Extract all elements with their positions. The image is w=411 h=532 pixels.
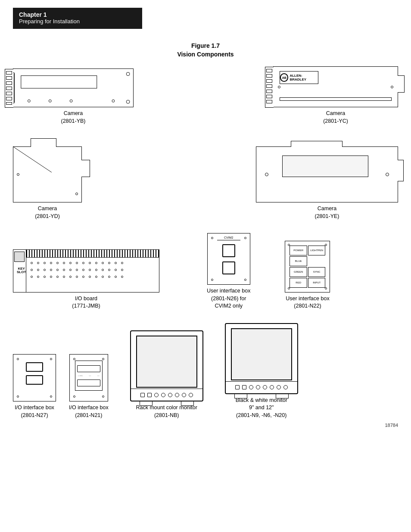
camera-yd-component: Camera (2801-YD) (13, 138, 82, 220)
uib-n22-diagram: POWER LIGHTPEN BLUE GREEN SYNC RED INPUT (285, 241, 330, 292)
bw-monitor-component: Black & white monitor 9" and 12" (2801-N… (225, 323, 298, 420)
connector-1 (222, 244, 235, 257)
monitor-controls (131, 389, 202, 401)
camera-yd-label: Camera (2801-YD) (35, 205, 60, 220)
dot-left (17, 173, 19, 176)
connector-2 (222, 261, 235, 274)
right-tab (398, 160, 404, 181)
key-slot-label: KEYSLOT (17, 267, 26, 275)
top-strip (26, 250, 159, 258)
light-label: LIGHTPEN (308, 246, 326, 255)
monitor-stand-right (276, 393, 289, 398)
color-monitor-label: Rack mount color monitor (2801-NB) (136, 404, 197, 419)
io-board-component: KEYSLOT I/O board (1771-JMB) (13, 249, 159, 310)
svg-point-4 (28, 100, 30, 103)
camera-yc-diagram: AB ALLEN-BRADLEY (273, 66, 398, 107)
connector-2 (26, 375, 43, 385)
monitor-screen (136, 336, 197, 388)
red-label: RED (290, 278, 307, 288)
uib-n22-label: User interface box (2801-N22) (286, 295, 329, 310)
iob-n21-component: —<<—— I/O interface box (2801-N21) (69, 354, 109, 419)
left-box-inner (14, 252, 25, 262)
sync-label: SYNC (308, 267, 326, 277)
uib-n22-grid: POWER LIGHTPEN BLUE GREEN SYNC RED INPUT (290, 246, 325, 288)
connector-bar (280, 97, 392, 101)
svg-rect-1 (21, 76, 97, 88)
svg-line-8 (13, 147, 52, 172)
svg-point-2 (126, 72, 130, 76)
camera-ye-component: Camera (2801-YE) (256, 140, 398, 220)
dot-left (265, 173, 268, 176)
camera-yb-label: Camera (2801-YB) (61, 110, 86, 125)
chapter-number: Chapter 1 (19, 11, 136, 18)
svg-point-3 (126, 100, 130, 104)
green-label: GREEN (290, 267, 307, 277)
bw-monitor-label: Black & white monitor 9" and 12" (2801-N… (236, 397, 287, 420)
svg-point-7 (112, 100, 115, 103)
connector-1 (26, 362, 43, 372)
uib-n26-top-label: CVIM2 (217, 236, 240, 240)
iob-n27-component: I/O interface box (2801-N27) (13, 354, 56, 419)
chapter-header: Chapter 1 Preparing for Installation (13, 8, 142, 29)
top-tab (31, 138, 56, 147)
camera-yb-diagram (13, 68, 134, 107)
io-board-diagram: KEYSLOT (13, 249, 159, 292)
monitor-stand-left (140, 401, 153, 406)
connector-area: —<<—— (75, 361, 103, 391)
figure-title: Figure 1.7 Vision Components (0, 42, 411, 59)
dot-row-3 (31, 276, 123, 278)
color-monitor-diagram (130, 330, 203, 401)
dot-row-1 (31, 262, 123, 264)
svg-point-5 (49, 100, 51, 103)
camera-yc-component: AB ALLEN-BRADLEY Camera (2801-YC) (273, 66, 398, 125)
monitor-controls (226, 381, 297, 393)
monitor-stand-right (181, 401, 194, 406)
camera-yd-diagram (13, 146, 82, 202)
input-label: INPUT (308, 278, 326, 288)
figure-number: Figure 1.7 (0, 42, 411, 50)
color-monitor-component: Rack mount color monitor (2801-NB) (130, 330, 203, 419)
uib-n26-label: User interface box (2801-N26) for CVIM2 … (207, 287, 250, 310)
dot-bottom-right (75, 193, 78, 195)
camera-yb-component: Camera (2801-YB) (13, 68, 134, 125)
uib-n26-diagram: CVIM2 (207, 233, 250, 285)
io-board-label: I/O board (1771-JMB) (72, 295, 100, 310)
figure-number-tag: 18784 (385, 423, 398, 428)
power-label: POWER (290, 246, 307, 255)
camera-ye-diagram (256, 146, 398, 202)
uib-n26-component: CVIM2 User interface box (2801-N26) for … (207, 233, 250, 310)
inner-rect (282, 156, 368, 177)
inner-box (81, 160, 90, 177)
bw-monitor-diagram (225, 323, 298, 394)
iob-n21-label: I/O interface box (2801-N21) (69, 404, 109, 419)
allen-bradley-logo: AB ALLEN-BRADLEY (280, 71, 318, 84)
blue-label: BLUE (290, 256, 307, 266)
uib-n22-component: POWER LIGHTPEN BLUE GREEN SYNC RED INPUT… (285, 241, 330, 310)
monitor-screen (231, 328, 292, 380)
iob-n27-diagram (13, 354, 56, 401)
monitor-stand-left (234, 393, 247, 398)
camera-ye-label: Camera (2801-YE) (315, 205, 339, 220)
svg-point-6 (70, 100, 72, 103)
dot-right (386, 173, 389, 176)
right-connector-tab (398, 75, 405, 93)
iob-n27-label: I/O interface box (2801-N27) (15, 404, 54, 419)
iob-n21-diagram: —<<—— (69, 354, 108, 401)
chapter-title: Preparing for Installation (19, 18, 136, 25)
camera-yc-label: Camera (2801-YC) (323, 110, 348, 125)
dot-right (391, 86, 393, 88)
dot-left (278, 86, 280, 88)
figure-caption: Vision Components (0, 50, 411, 59)
dot-row-2 (31, 269, 123, 271)
top-bar (291, 141, 342, 147)
